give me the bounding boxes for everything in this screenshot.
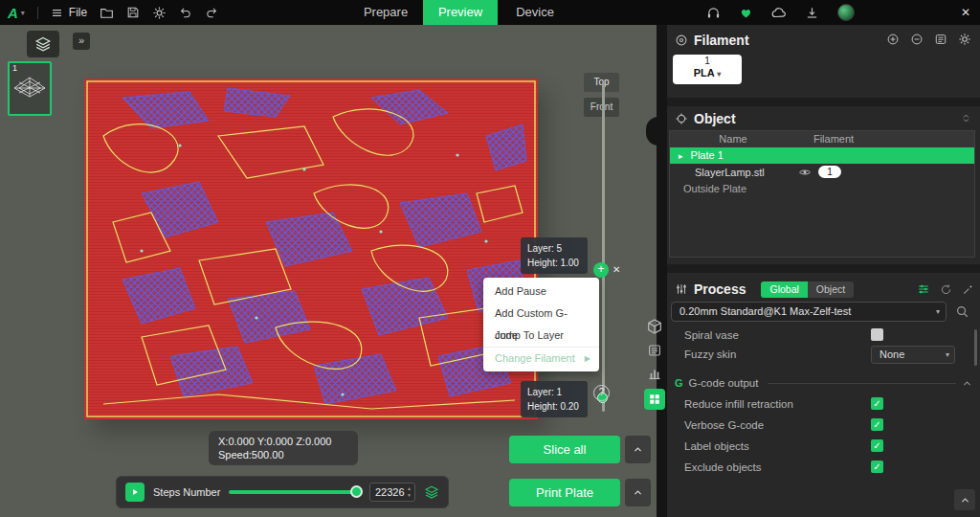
- play-button[interactable]: [125, 483, 145, 502]
- object-sort-icon[interactable]: [961, 113, 971, 124]
- menu-item-change-filament[interactable]: Change Filament ▶: [483, 347, 599, 369]
- gcode-output-section-header[interactable]: G G-code output: [675, 373, 972, 393]
- filament-spool-icon: [675, 34, 688, 47]
- tab-global[interactable]: Global: [761, 281, 807, 298]
- layer-tooltip-lower-height: Height: 0.20: [527, 399, 581, 414]
- table-row-outside-plate[interactable]: Outside Plate: [670, 181, 974, 197]
- redo-icon[interactable]: [205, 6, 218, 19]
- cloud-icon[interactable]: [771, 5, 787, 20]
- filament-actions: [886, 33, 971, 46]
- reduce-infill-retraction-checkbox[interactable]: ✓: [871, 397, 883, 410]
- steps-value-text: 22326: [375, 486, 405, 498]
- filament-material-label: PLA: [694, 67, 715, 79]
- download-icon[interactable]: [805, 6, 819, 20]
- help-button[interactable]: ?: [593, 385, 610, 401]
- main-area: » 1: [0, 25, 980, 517]
- undo-icon[interactable]: [179, 6, 192, 19]
- tab-preview[interactable]: Preview: [423, 0, 498, 25]
- section-divider: [667, 264, 980, 273]
- slice-options-chevron-button[interactable]: [625, 436, 651, 463]
- print-plate-button[interactable]: Print Plate: [509, 479, 620, 506]
- layer-tooltip-upper-height: Height: 1.00: [527, 256, 581, 270]
- panel-collapse-handle[interactable]: [646, 117, 658, 146]
- sliced-layer-render[interactable]: [84, 79, 538, 419]
- chevron-up-icon: [633, 444, 643, 455]
- label-objects-label: Label objects: [684, 437, 749, 456]
- filament-slot-card[interactable]: 1 PLA ▾: [673, 55, 742, 84]
- exclude-objects-checkbox[interactable]: ✓: [871, 461, 883, 473]
- steps-value-input[interactable]: 22326 ▲ ▼: [369, 483, 415, 502]
- filament-settings-gear-icon[interactable]: [958, 33, 971, 46]
- filament-number-badge[interactable]: 1: [818, 166, 841, 178]
- setting-row-reduce-infill-retraction: Reduce infill retraction ✓: [675, 394, 972, 414]
- plate-thumbnail[interactable]: 1: [8, 61, 52, 116]
- preset-search-icon[interactable]: [955, 304, 969, 319]
- layer-slider-close-icon[interactable]: ✕: [612, 264, 620, 275]
- layer-slider-add-handle[interactable]: +: [593, 262, 609, 278]
- fuzzy-skin-select[interactable]: None ▾: [871, 346, 955, 364]
- layers-tool-button[interactable]: [27, 31, 59, 57]
- setting-row-fuzzy-skin: Fuzzy skin None ▾: [675, 345, 972, 364]
- section-collapse-chevron-icon[interactable]: [962, 378, 972, 389]
- menu-item-add-custom-gcode[interactable]: Add Custom G-code: [483, 303, 599, 325]
- filament-list-icon[interactable]: [934, 33, 947, 46]
- table-row-plate[interactable]: ▸ Plate 1: [670, 147, 974, 164]
- workbench-grid-button[interactable]: [644, 389, 665, 410]
- user-avatar[interactable]: [837, 4, 855, 21]
- row-expander-icon[interactable]: ▸: [679, 151, 683, 161]
- remove-filament-icon[interactable]: [910, 33, 924, 46]
- open-file-icon[interactable]: [100, 6, 114, 20]
- plate-row-label: Plate 1: [691, 149, 724, 161]
- app-logo[interactable]: A ▾: [8, 5, 25, 21]
- gcode-preview-viewport[interactable]: » 1: [0, 25, 667, 517]
- expand-toolbars-button[interactable]: »: [73, 33, 90, 50]
- tab-prepare[interactable]: Prepare: [348, 0, 423, 25]
- visibility-eye-icon[interactable]: [798, 166, 812, 179]
- menu-item-jump-to-layer[interactable]: Jump To Layer: [483, 325, 599, 347]
- favorite-heart-icon[interactable]: [739, 6, 753, 20]
- menu-item-add-pause[interactable]: Add Pause: [483, 281, 599, 303]
- coordinates-tooltip: X:0.000 Y:0.000 Z:0.000 Speed:500.00: [209, 431, 358, 465]
- speed-line: Speed:500.00: [218, 448, 348, 461]
- object-section-header: Object: [675, 109, 736, 128]
- assembly-view-icon[interactable]: [646, 318, 663, 335]
- magic-wand-icon[interactable]: [962, 283, 974, 296]
- statistics-icon[interactable]: [647, 366, 662, 381]
- steps-slider-track[interactable]: [229, 490, 361, 494]
- print-options-chevron-button[interactable]: [625, 479, 651, 506]
- label-objects-checkbox[interactable]: ✓: [871, 439, 883, 452]
- setting-row-label-objects: Label objects ✓: [675, 437, 972, 456]
- settings-scrollbar[interactable]: [974, 329, 977, 366]
- verbose-gcode-checkbox[interactable]: ✓: [871, 418, 883, 431]
- logo-letter: A: [8, 5, 18, 21]
- file-menu-button[interactable]: File: [51, 6, 87, 19]
- steps-layers-icon[interactable]: [424, 484, 439, 500]
- process-preset-value: 0.20mm Standard@K1 Max-Zelf-test: [679, 305, 851, 317]
- collapse-panel-button[interactable]: [954, 489, 975, 510]
- settings-gear-icon[interactable]: [152, 6, 167, 20]
- support-headset-icon[interactable]: [706, 6, 721, 20]
- reset-refresh-icon[interactable]: [940, 283, 952, 296]
- spiral-vase-checkbox[interactable]: [871, 328, 883, 341]
- spinner-down-icon[interactable]: ▼: [407, 493, 412, 498]
- preset-caret-icon: ▾: [936, 303, 940, 321]
- tab-device[interactable]: Device: [498, 0, 572, 25]
- spinner-up-icon[interactable]: ▲: [407, 486, 412, 491]
- save-icon[interactable]: [126, 6, 140, 19]
- coordinates-line: X:0.000 Y:0.000 Z:0.000: [218, 435, 348, 448]
- panel-edge-strip: [657, 25, 667, 517]
- tab-object[interactable]: Object: [808, 281, 854, 298]
- process-preset-select[interactable]: 0.20mm Standard@K1 Max-Zelf-test ▾: [671, 302, 947, 322]
- file-menu-label: File: [69, 6, 87, 19]
- add-filament-icon[interactable]: [886, 33, 900, 46]
- steps-slider-handle[interactable]: [350, 485, 363, 498]
- mode-tabs: Prepare Preview Device: [348, 0, 572, 25]
- fuzzy-skin-label: Fuzzy skin: [684, 345, 736, 364]
- filter-settings-icon[interactable]: [917, 282, 930, 296]
- layer-slider-track[interactable]: [602, 82, 605, 412]
- parameter-table-icon[interactable]: [647, 343, 662, 358]
- table-row-model[interactable]: SlayerLamp.stl 1: [670, 164, 974, 181]
- slice-all-button[interactable]: Slice all: [509, 436, 620, 463]
- window-close-button[interactable]: ✕: [961, 6, 970, 19]
- steps-number-label: Steps Number: [153, 486, 220, 498]
